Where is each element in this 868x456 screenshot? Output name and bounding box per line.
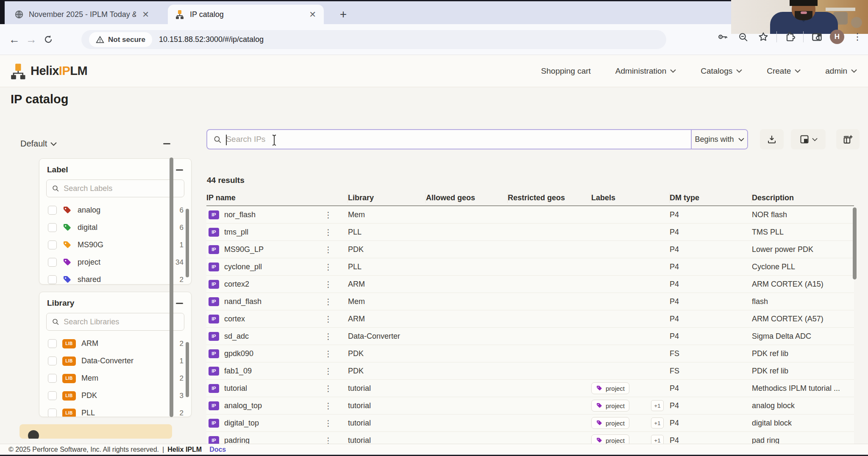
column-header-ip-name[interactable]: IP name	[206, 193, 348, 203]
filter-item-analog[interactable]: analog 6	[39, 202, 191, 219]
row-menu-kebab-icon[interactable]: ⋮	[324, 384, 348, 393]
browser-menu-kebab-icon[interactable]: ⋮	[850, 30, 865, 44]
filter-checkbox[interactable]	[48, 240, 57, 249]
filter-checkbox[interactable]	[48, 374, 57, 383]
ip-name-link[interactable]: cortex	[224, 315, 245, 323]
filter-item-pdk[interactable]: LIB PDK 3	[39, 387, 191, 404]
extensions-icon[interactable]	[783, 30, 797, 44]
filter-item-digital[interactable]: digital 6	[39, 219, 191, 236]
filter-item-shared[interactable]: shared 2	[39, 271, 191, 285]
more-labels-chip[interactable]: +1	[651, 417, 664, 428]
table-row[interactable]: IP analog_top ⋮ tutorial project +1 P4 a…	[206, 397, 854, 415]
row-menu-kebab-icon[interactable]: ⋮	[324, 332, 348, 341]
filter-item-mem[interactable]: LIB Mem 2	[39, 370, 191, 387]
row-menu-kebab-icon[interactable]: ⋮	[324, 436, 348, 444]
search-input[interactable]	[226, 135, 685, 144]
column-header-dm-type[interactable]: DM type	[670, 193, 752, 203]
more-labels-chip[interactable]: +1	[651, 400, 664, 411]
filter-checkbox[interactable]	[48, 223, 57, 232]
column-header-allowed-geos[interactable]: Allowed geos	[426, 193, 508, 203]
ip-name-link[interactable]: cortex2	[224, 280, 249, 289]
filter-checkbox[interactable]	[48, 258, 57, 267]
sidebar-scrollbar[interactable]	[170, 158, 173, 417]
filter-item-ms90g[interactable]: MS90G 1	[39, 236, 191, 254]
ip-name-link[interactable]: nor_flash	[224, 210, 256, 219]
table-row[interactable]: IP cortex2 ⋮ ARM P4 ARM CORTEX (A15)	[206, 276, 854, 293]
nav-item-shopping-cart[interactable]: Shopping cart	[541, 66, 591, 76]
filter-search-input[interactable]	[64, 318, 179, 326]
row-menu-kebab-icon[interactable]: ⋮	[324, 227, 348, 237]
ip-name-link[interactable]: digital_top	[224, 419, 259, 428]
filter-checkbox[interactable]	[48, 409, 57, 417]
ip-name-link[interactable]: nand_flash	[224, 297, 262, 306]
zoom-icon[interactable]	[736, 30, 750, 44]
filter-search-input[interactable]	[64, 184, 179, 193]
table-row[interactable]: IP sd_adc ⋮ Data-Converter P4 Sigma Delt…	[206, 328, 854, 345]
filter-item-data-converter[interactable]: LIB Data-Converter 1	[39, 352, 191, 370]
collapse-section-button[interactable]	[175, 166, 184, 174]
filter-search-field[interactable]	[46, 180, 184, 197]
row-menu-kebab-icon[interactable]: ⋮	[324, 210, 348, 220]
nav-item-admin[interactable]: admin	[825, 66, 857, 76]
column-header-labels[interactable]: Labels	[591, 193, 670, 203]
back-button[interactable]: ←	[6, 31, 23, 48]
filter-list-scrollbar[interactable]	[186, 209, 189, 277]
table-row[interactable]: IP tutorial ⋮ tutorial project P4 Method…	[206, 380, 854, 397]
download-button[interactable]	[760, 129, 784, 149]
close-icon[interactable]: ✕	[141, 10, 150, 19]
password-key-icon[interactable]	[715, 30, 730, 44]
ip-name-link[interactable]: sd_adc	[224, 332, 249, 341]
table-row[interactable]: IP gpdk090 ⋮ PDK FS PDK ref lib	[206, 345, 854, 362]
row-menu-kebab-icon[interactable]: ⋮	[324, 262, 348, 272]
add-column-button[interactable]	[836, 129, 860, 149]
collapsed-filter-section[interactable]	[19, 424, 172, 439]
ip-name-link[interactable]: fab1_09	[224, 367, 252, 376]
new-tab-button[interactable]: +	[336, 7, 351, 22]
nav-item-create[interactable]: Create	[767, 66, 801, 76]
table-row[interactable]: IP nor_flash ⋮ Mem P4 NOR flash	[206, 206, 854, 224]
collapse-section-button[interactable]	[175, 299, 184, 307]
address-bar[interactable]: Not secure 10.151.88.52:3000/#/ip/catalo…	[81, 30, 666, 49]
row-menu-kebab-icon[interactable]: ⋮	[324, 314, 348, 324]
table-row[interactable]: IP padring ⋮ tutorial project +1 P4 pad …	[206, 432, 854, 444]
ip-name-link[interactable]: padring	[224, 436, 250, 444]
ip-name-link[interactable]: tms_pll	[224, 228, 248, 237]
table-row[interactable]: IP cyclone_pll ⋮ PLL P4 Cyclone PLL	[206, 258, 854, 276]
helix-iplm-logo[interactable]: HelixIPLM	[9, 63, 87, 80]
ip-name-link[interactable]: analog_top	[224, 401, 262, 410]
filter-search-field[interactable]	[46, 313, 184, 331]
browser-tab-ip-catalog[interactable]: IP catalog ✕	[168, 5, 324, 24]
column-header-description[interactable]: Description	[752, 193, 854, 203]
filter-checkbox[interactable]	[48, 391, 57, 400]
filter-checkbox[interactable]	[48, 339, 57, 348]
profile-avatar[interactable]: H	[830, 30, 844, 44]
nav-item-administration[interactable]: Administration	[615, 66, 676, 76]
docs-link[interactable]: Docs	[209, 446, 226, 453]
table-row[interactable]: IP MS90G_LP ⋮ PDK P4 Lower power PDK	[206, 241, 854, 258]
ip-name-link[interactable]: MS90G_LP	[224, 245, 264, 254]
display-settings-button[interactable]	[791, 129, 826, 149]
chevron-down-icon[interactable]	[50, 142, 57, 146]
filter-list-scrollbar[interactable]	[186, 342, 189, 397]
table-row[interactable]: IP cortex ⋮ ARM P4 ARM CORTEX (A57)	[206, 310, 854, 328]
forward-button[interactable]: →	[23, 31, 40, 48]
table-scrollbar[interactable]	[853, 207, 857, 279]
filter-item-project[interactable]: project 34	[39, 254, 191, 271]
browser-tab-iplm-today[interactable]: November 2025 - IPLM Today & ✕	[8, 5, 157, 24]
filter-checkbox[interactable]	[48, 206, 57, 215]
row-menu-kebab-icon[interactable]: ⋮	[324, 418, 348, 428]
ip-name-link[interactable]: cyclone_pll	[224, 263, 262, 271]
filter-checkbox[interactable]	[48, 357, 57, 365]
row-menu-kebab-icon[interactable]: ⋮	[324, 366, 348, 376]
ip-search-field[interactable]	[207, 130, 691, 149]
column-header-library[interactable]: Library	[348, 193, 426, 203]
row-menu-kebab-icon[interactable]: ⋮	[324, 245, 348, 254]
table-row[interactable]: IP fab1_09 ⋮ PDK FS PDK ref lib	[206, 362, 854, 380]
match-mode-dropdown[interactable]: Begins with	[691, 130, 747, 149]
column-header-restricted-geos[interactable]: Restricted geos	[508, 193, 591, 203]
row-menu-kebab-icon[interactable]: ⋮	[324, 279, 348, 289]
more-labels-chip[interactable]: +1	[651, 435, 664, 444]
filter-item-pll[interactable]: LIB PLL 2	[39, 404, 191, 417]
filter-preset-dropdown[interactable]: Default	[20, 139, 47, 149]
nav-item-catalogs[interactable]: Catalogs	[701, 66, 742, 76]
